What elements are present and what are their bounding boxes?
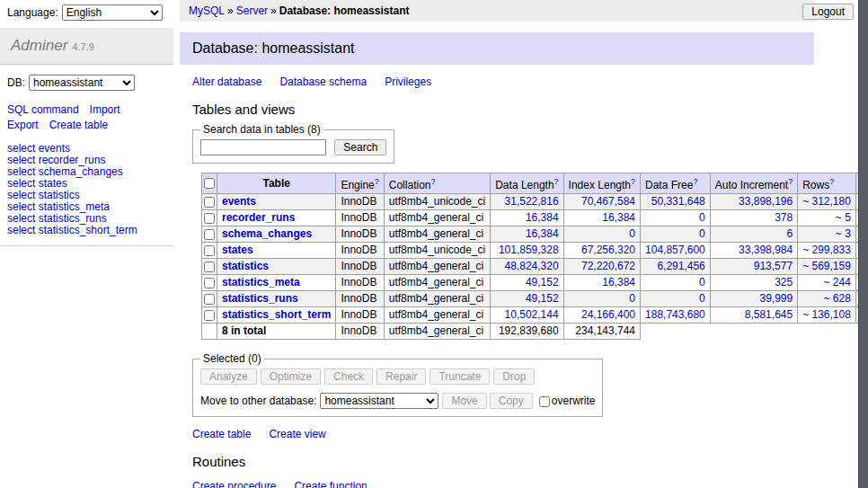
analyze-button[interactable]: Analyze (200, 368, 257, 385)
row-checkbox[interactable] (204, 213, 215, 224)
index-length-link[interactable]: 70,467,584 (581, 195, 635, 208)
data-free-link[interactable]: 0 (699, 292, 705, 305)
vertical-scrollbar[interactable] (858, 0, 868, 488)
routine-link[interactable]: Create procedure (192, 480, 276, 488)
row-checkbox[interactable] (204, 310, 215, 321)
rows-link[interactable]: ~ 628 (824, 292, 851, 305)
table-name-link[interactable]: statistics (222, 260, 269, 272)
sidebar-action-link[interactable]: SQL command (7, 103, 79, 116)
data-free-link[interactable]: 6,291,456 (657, 260, 704, 272)
table-name-link[interactable]: states (222, 244, 253, 256)
table-name-link[interactable]: schema_changes (222, 227, 312, 240)
sidebar-action-link[interactable]: Export (7, 119, 39, 131)
select-all-checkbox[interactable] (204, 178, 215, 189)
row-checkbox[interactable] (204, 197, 215, 208)
overwrite-checkbox[interactable] (539, 396, 550, 407)
index-length-link[interactable]: 0 (629, 227, 635, 240)
auto-increment-link[interactable]: 325 (775, 276, 793, 288)
index-length-link[interactable]: 0 (629, 292, 635, 305)
data-length-link[interactable]: 49,152 (526, 276, 559, 288)
table-name-link[interactable]: events (222, 195, 256, 208)
rows-link[interactable]: ~ 136,108 (802, 308, 851, 321)
auto-increment-link[interactable]: 8,581,645 (745, 308, 793, 321)
help-link[interactable]: ? (631, 177, 635, 186)
search-input[interactable] (200, 139, 326, 155)
data-free-link[interactable]: 188,743,680 (645, 308, 705, 321)
index-length-link[interactable]: 67,256,320 (581, 244, 635, 256)
engine-cell: InnoDB (336, 243, 384, 259)
data-free-link[interactable]: 50,331,648 (651, 195, 705, 208)
table-name-link[interactable]: statistics_meta (222, 276, 300, 288)
breadcrumb-mysql-link[interactable]: MySQL (189, 4, 225, 17)
help-link[interactable]: ? (829, 177, 834, 186)
language-select[interactable]: English (62, 4, 163, 21)
rows-link[interactable]: ~ 312,180 (802, 195, 851, 208)
auto-increment-link[interactable]: 6 (786, 227, 793, 240)
sidebar-action-link[interactable]: Create table (49, 119, 108, 131)
auto-increment-link[interactable]: 913,577 (754, 260, 793, 272)
rows-link[interactable]: ~ 3 (836, 227, 851, 240)
table-name-link[interactable]: recorder_runs (222, 211, 295, 224)
index-length-link[interactable]: 16,384 (602, 276, 635, 288)
table-name-cell: statistics_meta (217, 275, 336, 291)
rows-cell: ~ 569,159 (798, 259, 856, 275)
rows-link[interactable]: ~ 244 (824, 276, 851, 288)
data-length-link[interactable]: 31,522,816 (505, 195, 559, 208)
data-free-link[interactable]: 0 (699, 276, 705, 288)
search-button[interactable]: Search (334, 139, 386, 155)
data-free-link[interactable]: 0 (699, 227, 705, 240)
drop-button[interactable]: Drop (493, 368, 535, 385)
index-length-link[interactable]: 72,220,672 (581, 260, 635, 272)
data-length-link[interactable]: 101,859,328 (499, 244, 559, 256)
move-button[interactable]: Move (442, 393, 486, 409)
data-length-link[interactable]: 48,824,320 (505, 260, 559, 272)
rows-link[interactable]: ~ 5 (836, 211, 851, 224)
data-length-link[interactable]: 10,502,144 (505, 308, 559, 321)
logout-button[interactable]: Logout (802, 4, 854, 20)
repair-button[interactable]: Repair (376, 368, 426, 385)
rows-link[interactable]: ~ 569,159 (802, 260, 851, 272)
data-length-link[interactable]: 16,384 (526, 227, 559, 240)
database-nav-link[interactable]: Alter database (192, 75, 261, 88)
sidebar-action-link[interactable]: Import (90, 103, 120, 116)
rows-link[interactable]: ~ 299,833 (802, 244, 851, 256)
row-checkbox[interactable] (204, 294, 215, 305)
table-name-link[interactable]: statistics_short_term (222, 308, 331, 321)
sidebar-select-link[interactable]: select statistics_short_term (7, 225, 166, 236)
data-length-link[interactable]: 49,152 (526, 292, 559, 305)
data-free-link[interactable]: 104,857,600 (645, 244, 705, 256)
row-checkbox[interactable] (204, 245, 215, 256)
optimize-button[interactable]: Optimize (261, 368, 321, 385)
adminer-app: Language:English Adminer4.7.9 DB:homeass… (0, 0, 868, 488)
row-checkbox[interactable] (204, 262, 215, 272)
table-name-link[interactable]: statistics_runs (222, 292, 298, 305)
data-length-link[interactable]: 16,384 (526, 211, 559, 224)
db-select[interactable]: homeassistant (29, 75, 135, 91)
row-checkbox[interactable] (204, 229, 215, 240)
move-db-select[interactable]: homeassistant (320, 393, 438, 409)
table-name-cell: statistics_short_term (217, 307, 336, 324)
breadcrumb-server-link[interactable]: Server (236, 4, 268, 17)
routine-link[interactable]: Create function (294, 480, 367, 488)
data-length-cell: 48,824,320 (491, 259, 563, 275)
index-length-link[interactable]: 24,166,400 (581, 308, 635, 321)
help-link[interactable]: ? (693, 177, 697, 186)
help-link[interactable]: ? (375, 177, 379, 186)
help-link[interactable]: ? (430, 177, 435, 186)
auto-increment-link[interactable]: 378 (775, 211, 793, 224)
help-link[interactable]: ? (554, 177, 559, 186)
auto-increment-link[interactable]: 39,999 (759, 292, 793, 305)
help-link[interactable]: ? (788, 177, 793, 186)
truncate-button[interactable]: Truncate (430, 368, 490, 385)
database-nav-link[interactable]: Privileges (385, 75, 431, 88)
check-button[interactable]: Check (324, 368, 373, 385)
copy-button[interactable]: Copy (490, 393, 533, 409)
auto-increment-link[interactable]: 33,398,984 (739, 244, 793, 256)
database-nav-link[interactable]: Database schema (279, 75, 367, 88)
create-link[interactable]: Create view (269, 428, 325, 440)
index-length-link[interactable]: 16,384 (602, 211, 635, 224)
data-free-link[interactable]: 0 (699, 211, 705, 224)
create-link[interactable]: Create table (192, 428, 251, 440)
row-checkbox[interactable] (204, 278, 215, 288)
auto-increment-link[interactable]: 33,898,196 (739, 195, 793, 208)
